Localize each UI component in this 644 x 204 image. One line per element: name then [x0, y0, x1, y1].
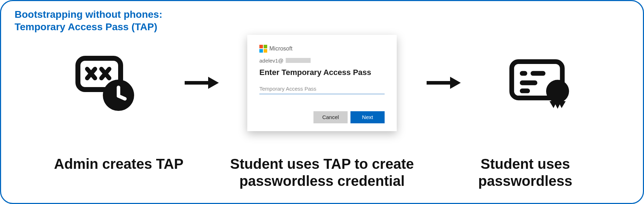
title-line-1: Bootstrapping without phones:: [15, 8, 162, 21]
email-redacted: [286, 58, 311, 63]
microsoft-logo-icon: [259, 45, 267, 53]
svg-rect-12: [259, 49, 263, 53]
tap-input[interactable]: [259, 84, 385, 94]
tap-clock-icon: [73, 53, 137, 113]
diagram-canvas: Bootstrapping without phones: Temporary …: [0, 0, 644, 204]
svg-rect-10: [259, 45, 263, 48]
svg-marker-15: [450, 77, 461, 89]
credential-badge-icon: [507, 53, 571, 113]
captions-row: Admin creates TAP Student uses TAP to cr…: [1, 155, 643, 189]
svg-rect-11: [264, 45, 267, 48]
brand-text: Microsoft: [269, 45, 292, 52]
cancel-button[interactable]: Cancel: [313, 111, 348, 123]
svg-marker-9: [208, 77, 219, 89]
dialog-actions: Cancel Next: [259, 111, 385, 123]
account-email: adelev1@: [259, 58, 385, 64]
step3-icon-slot: [464, 53, 614, 113]
svg-rect-20: [520, 88, 530, 93]
arrow-right-icon: [183, 74, 219, 92]
step2-caption: Student uses TAP to create passwordless …: [222, 155, 422, 189]
flow-row: Microsoft adelev1@ Enter Temporary Acces…: [1, 22, 643, 143]
arrow-1: [180, 74, 222, 92]
svg-rect-19: [520, 80, 537, 85]
email-prefix: adelev1@: [259, 58, 284, 64]
tap-dialog: Microsoft adelev1@ Enter Temporary Acces…: [247, 35, 397, 131]
svg-rect-17: [520, 71, 527, 76]
brand-row: Microsoft: [259, 45, 385, 53]
arrow-right-icon: [425, 74, 461, 92]
step2-dialog-slot: Microsoft adelev1@ Enter Temporary Acces…: [222, 35, 422, 131]
step1-icon-slot: [30, 53, 180, 113]
next-button[interactable]: Next: [350, 111, 385, 123]
step1-caption: Admin creates TAP: [44, 155, 194, 189]
svg-rect-18: [530, 71, 545, 76]
svg-rect-13: [264, 49, 267, 53]
dialog-heading: Enter Temporary Access Pass: [259, 68, 385, 77]
arrow-2: [422, 74, 464, 92]
step3-caption: Student uses passwordless: [450, 155, 600, 189]
svg-point-21: [546, 80, 569, 102]
